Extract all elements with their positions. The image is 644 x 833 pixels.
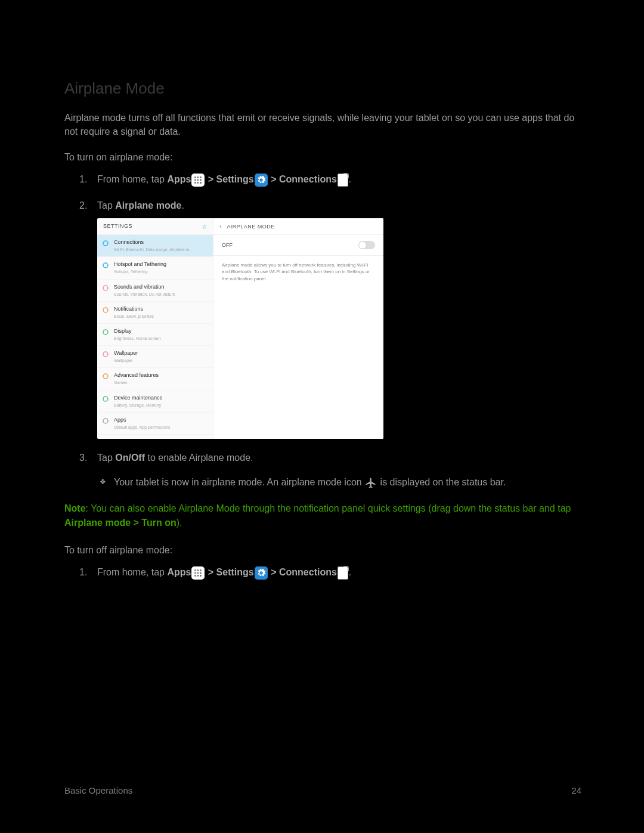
- settings-row: DisplayBrightness, Home screen: [97, 324, 213, 346]
- row-icon: [102, 284, 109, 292]
- airplane-title: AIRPLANE MODE: [227, 224, 275, 230]
- note-text-1: : You can also enable Airplane Mode thro…: [86, 503, 571, 513]
- airplane-header: ‹AIRPLANE MODE: [213, 218, 383, 235]
- step-text: From home, tap: [97, 174, 167, 184]
- airplane-icon: [365, 477, 377, 489]
- row-subtitle: Games: [114, 380, 159, 386]
- settings-row: Advanced featuresGames: [97, 368, 213, 390]
- step-suffix: .: [349, 174, 351, 184]
- row-icon: [102, 395, 109, 402]
- row-subtitle: Battery, Storage, Memory: [114, 402, 163, 408]
- row-icon: [102, 262, 109, 269]
- page-footer: Basic Operations 24: [64, 784, 581, 797]
- row-icon: [102, 329, 109, 336]
- step-num: 1.: [79, 565, 87, 579]
- row-title: Advanced features: [114, 371, 159, 379]
- settings-row: NotificationsBlock, allow, prioritize: [97, 302, 213, 324]
- step-1: 1. From home, tap Apps > Settings > Conn…: [97, 172, 581, 187]
- settings-row: Hotspot and TetheringHotspot, Tethering: [97, 257, 213, 279]
- row-title: Device maintenance: [114, 394, 163, 402]
- settings-row: WallpaperWallpaper: [97, 346, 213, 368]
- step-2: 2. Tap Airplane mode. SETTINGS ⌕ Connect…: [97, 199, 581, 439]
- svg-point-5: [103, 352, 108, 357]
- sep: >: [205, 567, 216, 577]
- step-num: 2.: [79, 199, 87, 212]
- intro-text: Airplane mode turns off all functions th…: [64, 111, 581, 138]
- note-label: Note: [64, 503, 86, 513]
- connections-icon: [338, 566, 348, 580]
- settings-icon: [255, 174, 268, 187]
- svg-point-3: [103, 308, 108, 312]
- row-icon: [102, 373, 109, 380]
- row-subtitle: Default apps, App permissions: [114, 425, 171, 431]
- note-block: Note: You can also enable Airplane Mode …: [64, 501, 581, 530]
- row-icon: [102, 306, 109, 314]
- step-text: Tap: [97, 453, 115, 463]
- settings-label: Settings: [216, 174, 254, 184]
- row-title: Wallpaper: [114, 349, 138, 357]
- connections-label: Connections: [279, 567, 337, 577]
- turn-on-heading: To turn on airplane mode:: [64, 150, 581, 164]
- note-bold: Airplane mode > Turn on: [64, 518, 177, 528]
- step-suffix: to enable Airplane mode.: [145, 453, 253, 463]
- svg-point-6: [103, 374, 108, 379]
- apps-icon: [191, 174, 205, 187]
- settings-header: SETTINGS ⌕: [97, 218, 213, 235]
- row-title: Hotspot and Tethering: [114, 261, 166, 268]
- step-num: 3.: [79, 451, 87, 465]
- connections-icon: [338, 174, 348, 187]
- settings-sidebar: SETTINGS ⌕ ConnectionsWi-Fi, Bluetooth, …: [97, 218, 213, 439]
- step-1b: 1. From home, tap Apps > Settings > Conn…: [97, 565, 581, 580]
- row-title: Lock screen and security: [114, 438, 174, 439]
- row-icon: [102, 240, 109, 247]
- settings-screenshot: SETTINGS ⌕ ConnectionsWi-Fi, Bluetooth, …: [97, 218, 383, 439]
- settings-title: SETTINGS: [103, 222, 132, 230]
- apps-label: Apps: [167, 174, 191, 184]
- turn-off-heading: To turn off airplane mode:: [64, 543, 581, 557]
- settings-row: Lock screen and securityLock screen, Fin…: [97, 435, 213, 439]
- result-bullet: ❖ Your tablet is now in airplane mode. A…: [97, 475, 581, 489]
- onoff-label: On/Off: [115, 453, 145, 463]
- row-title: Notifications: [114, 305, 154, 313]
- toggle-switch: [358, 241, 375, 249]
- row-icon: [102, 351, 109, 358]
- sep: >: [268, 567, 279, 577]
- svg-point-0: [103, 241, 108, 246]
- diamond-bullet-icon: ❖: [100, 477, 106, 487]
- off-label: OFF: [222, 241, 233, 249]
- step-suffix: .: [349, 567, 351, 577]
- row-subtitle: Sounds, Vibration, Do not disturb: [114, 292, 175, 298]
- connections-label: Connections: [279, 174, 337, 184]
- step-text: From home, tap: [97, 567, 167, 577]
- search-icon: ⌕: [203, 222, 208, 231]
- airplane-toggle-row: OFF: [213, 235, 383, 256]
- row-subtitle: Wi-Fi, Bluetooth, Data usage, Airplane m…: [114, 247, 191, 253]
- row-title: Connections: [114, 239, 191, 246]
- svg-point-7: [103, 397, 108, 401]
- svg-point-1: [103, 263, 108, 268]
- step-num: 1.: [79, 172, 87, 186]
- svg-point-2: [103, 286, 108, 290]
- step-suffix: .: [181, 200, 184, 210]
- footer-section: Basic Operations: [64, 784, 132, 797]
- bullet-suffix: is displayed on the status bar.: [377, 477, 506, 487]
- step-text: Tap: [97, 200, 115, 210]
- settings-row: AppsDefault apps, App permissions: [97, 413, 213, 435]
- settings-icon: [255, 566, 268, 580]
- row-subtitle: Hotspot, Tethering: [114, 269, 166, 275]
- apps-icon: [191, 566, 205, 580]
- footer-page: 24: [571, 784, 581, 797]
- svg-point-8: [103, 419, 108, 423]
- step-3: 3. Tap On/Off to enable Airplane mode. ❖…: [97, 451, 581, 489]
- svg-point-4: [103, 330, 108, 335]
- page-heading: Airplane Mode: [64, 78, 581, 100]
- settings-row: Device maintenanceBattery, Storage, Memo…: [97, 391, 213, 413]
- row-title: Apps: [114, 416, 171, 424]
- settings-label: Settings: [216, 567, 254, 577]
- sep: >: [205, 174, 216, 184]
- sep: >: [268, 174, 279, 184]
- airplane-mode-label: Airplane mode: [115, 200, 181, 210]
- airplane-panel: ‹AIRPLANE MODE OFF Airplane mode allows …: [213, 218, 383, 439]
- airplane-description: Airplane mode allows you to turn off net…: [213, 256, 383, 288]
- row-subtitle: Block, allow, prioritize: [114, 314, 154, 320]
